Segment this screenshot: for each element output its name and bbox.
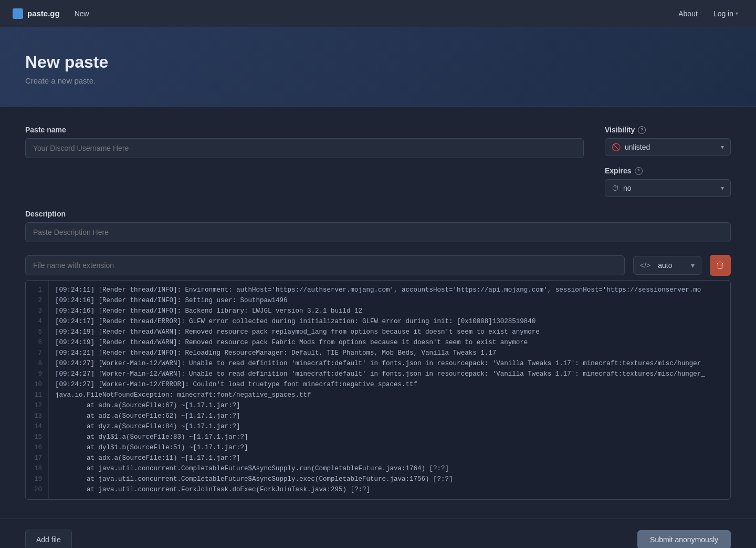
visibility-help-icon[interactable]: ?: [638, 126, 646, 134]
main-content: Paste name Visibility ? 🚫 unlisted ▾ Exp…: [0, 107, 756, 519]
language-select[interactable]: </> auto ▾: [633, 256, 701, 275]
page-title: New paste: [25, 53, 731, 72]
code-icon: </>: [640, 261, 650, 270]
visibility-value: unlisted: [625, 143, 717, 151]
expires-group: Expires ? ⏱ no ▾: [605, 167, 731, 197]
login-chevron-icon: ▾: [736, 11, 738, 16]
expires-select[interactable]: ⏱ no ▾: [605, 179, 731, 197]
visibility-label: Visibility ?: [605, 126, 731, 134]
visibility-select[interactable]: 🚫 unlisted ▾: [605, 138, 731, 156]
nav-about-link[interactable]: About: [672, 6, 704, 21]
description-row: Description: [25, 210, 731, 242]
navbar: paste.gg New About Log in ▾: [0, 0, 756, 27]
nav-login-button[interactable]: Log in ▾: [708, 6, 743, 21]
expires-chevron-icon: ▾: [721, 184, 724, 192]
expires-value: no: [623, 184, 717, 192]
logo-icon: [13, 8, 23, 19]
expires-help-icon[interactable]: ?: [635, 167, 643, 175]
nav-right: About Log in ▾: [672, 6, 743, 21]
add-file-button[interactable]: Add file: [25, 530, 72, 548]
paste-name-group: Paste name: [25, 126, 584, 158]
page-header: New paste Create a new paste.: [0, 27, 756, 107]
language-chevron-icon: ▾: [691, 261, 695, 270]
bottom-bar: Add file Submit anonymously: [0, 519, 756, 548]
page-subtitle: Create a new paste.: [25, 76, 731, 85]
visibility-icon: 🚫: [612, 143, 621, 151]
line-numbers: 1234567891011121314151617181920: [26, 281, 49, 499]
language-value: auto: [658, 261, 672, 270]
paste-name-input[interactable]: [25, 138, 584, 158]
nav-new-link[interactable]: New: [68, 6, 96, 21]
submit-button[interactable]: Submit anonymously: [637, 530, 731, 548]
expires-icon: ⏱: [612, 184, 619, 192]
description-label: Description: [25, 210, 731, 218]
nav-brand[interactable]: paste.gg: [13, 8, 60, 19]
delete-file-button[interactable]: 🗑: [710, 255, 731, 276]
visibility-group: Visibility ? 🚫 unlisted ▾: [605, 126, 731, 156]
expires-label: Expires ?: [605, 167, 731, 175]
visibility-chevron-icon: ▾: [721, 143, 724, 151]
paste-name-row: Paste name Visibility ? 🚫 unlisted ▾ Exp…: [25, 126, 731, 197]
file-name-input[interactable]: [25, 255, 625, 275]
side-controls: Visibility ? 🚫 unlisted ▾ Expires ? ⏱ no: [605, 126, 731, 197]
login-label: Log in: [713, 9, 733, 18]
description-input[interactable]: [25, 222, 731, 242]
description-group: Description: [25, 210, 731, 242]
nav-links: New: [68, 6, 96, 21]
paste-name-label: Paste name: [25, 126, 584, 134]
code-content[interactable]: [09:24:11] [Render thread/INFO]: Environ…: [49, 281, 730, 499]
brand-name: paste.gg: [27, 9, 60, 18]
code-editor[interactable]: 1234567891011121314151617181920 [09:24:1…: [25, 280, 731, 500]
file-toolbar: </> auto ▾ 🗑: [25, 255, 731, 276]
